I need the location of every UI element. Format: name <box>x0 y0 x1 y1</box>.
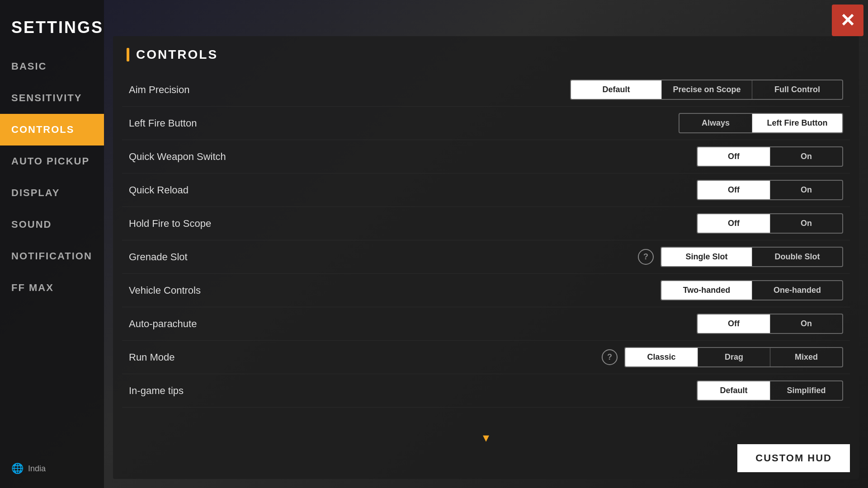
setting-row-grenade-slot: Grenade Slot ? Single Slot Double Slot <box>122 240 850 274</box>
setting-row-vehicle: Vehicle Controls Two-handed One-handed <box>122 274 850 307</box>
hold-fire-off[interactable]: Off <box>698 214 770 233</box>
quick-reload-toggle: Off On <box>697 180 843 200</box>
left-fire-always[interactable]: Always <box>679 114 752 132</box>
aim-precision-default[interactable]: Default <box>571 80 661 99</box>
sidebar-footer: 🌐 India <box>11 463 46 474</box>
setting-row-autoparachute: Auto-parachute Off On <box>122 307 850 341</box>
left-fire-toggle: Always Left Fire Button <box>679 113 843 133</box>
left-fire-label: Left Fire Button <box>129 117 679 129</box>
sidebar-item-notification[interactable]: NOTIFICATION <box>0 240 104 272</box>
setting-row-quick-reload: Quick Reload Off On <box>122 174 850 207</box>
sidebar-item-controls[interactable]: CONTROLS <box>0 114 104 145</box>
app-title: SETTINGS <box>0 9 104 51</box>
hold-fire-toggle: Off On <box>697 213 843 234</box>
vehicle-toggle: Two-handed One-handed <box>660 280 843 300</box>
sidebar-item-ffmax[interactable]: FF MAX <box>0 272 104 304</box>
grenade-slot-label: Grenade Slot <box>129 251 638 263</box>
run-mode-toggle: Classic Drag Mixed <box>624 347 843 367</box>
quick-weapon-off[interactable]: Off <box>698 147 770 166</box>
setting-row-left-fire-button: Left Fire Button Always Left Fire Button <box>122 107 850 140</box>
settings-list: Aim Precision Default Precise on Scope F… <box>113 73 859 408</box>
aim-precision-label: Aim Precision <box>129 84 570 96</box>
ingame-tips-default[interactable]: Default <box>698 381 770 400</box>
header-bar-accent <box>127 48 129 61</box>
custom-hud-button[interactable]: CUSTOM HUD <box>737 444 850 472</box>
quick-reload-off[interactable]: Off <box>698 181 770 199</box>
hold-fire-label: Hold Fire to Scope <box>129 218 697 230</box>
run-mode-help[interactable]: ? <box>602 349 618 365</box>
ingame-tips-toggle: Default Simplified <box>697 380 843 401</box>
grenade-slot-help[interactable]: ? <box>638 249 654 265</box>
vehicle-two-handed[interactable]: Two-handed <box>661 281 752 300</box>
sidebar-item-sound[interactable]: SOUND <box>0 209 104 240</box>
run-mode-drag[interactable]: Drag <box>698 348 770 366</box>
bottom-bar: CUSTOM HUD <box>113 437 859 479</box>
setting-row-aim-precision: Aim Precision Default Precise on Scope F… <box>122 73 850 107</box>
autoparachute-label: Auto-parachute <box>129 318 697 330</box>
sidebar-item-sensitivity[interactable]: SENSITIVITY <box>0 82 104 114</box>
close-button[interactable]: ✕ <box>832 5 863 36</box>
quick-weapon-toggle: Off On <box>697 146 843 167</box>
run-mode-classic[interactable]: Classic <box>625 348 698 366</box>
setting-row-run-mode: Run Mode ? Classic Drag Mixed <box>122 341 850 374</box>
grenade-double[interactable]: Double Slot <box>752 248 842 266</box>
controls-panel: CONTROLS Aim Precision Default Precise o… <box>113 36 859 479</box>
panel-title: CONTROLS <box>136 47 218 62</box>
quick-reload-label: Quick Reload <box>129 184 697 196</box>
sidebar-item-display[interactable]: DISPLAY <box>0 177 104 209</box>
aim-precision-precise[interactable]: Precise on Scope <box>661 80 752 99</box>
main-content: CONTROLS Aim Precision Default Precise o… <box>113 36 859 479</box>
ingame-tips-simplified[interactable]: Simplified <box>770 381 842 400</box>
sidebar: SETTINGS BASIC SENSITIVITY CONTROLS AUTO… <box>0 0 104 488</box>
vehicle-one-handed[interactable]: One-handed <box>752 281 842 300</box>
setting-row-hold-fire: Hold Fire to Scope Off On <box>122 207 850 240</box>
setting-row-quick-weapon: Quick Weapon Switch Off On <box>122 140 850 174</box>
run-mode-mixed[interactable]: Mixed <box>770 348 842 366</box>
panel-header: CONTROLS <box>113 36 859 73</box>
grenade-single[interactable]: Single Slot <box>661 248 752 266</box>
hold-fire-on[interactable]: On <box>770 214 842 233</box>
left-fire-button[interactable]: Left Fire Button <box>752 114 842 132</box>
globe-icon: 🌐 <box>11 463 24 474</box>
aim-precision-full[interactable]: Full Control <box>752 80 842 99</box>
autoparachute-toggle: Off On <box>697 314 843 334</box>
aim-precision-toggle: Default Precise on Scope Full Control <box>570 80 843 100</box>
autoparachute-off[interactable]: Off <box>698 314 770 333</box>
setting-row-ingame-tips: In-game tips Default Simplified <box>122 374 850 408</box>
sidebar-item-basic[interactable]: BASIC <box>0 51 104 82</box>
autoparachute-on[interactable]: On <box>770 314 842 333</box>
grenade-slot-toggle: Single Slot Double Slot <box>660 247 843 267</box>
ingame-tips-label: In-game tips <box>129 385 697 397</box>
quick-weapon-on[interactable]: On <box>770 147 842 166</box>
quick-reload-on[interactable]: On <box>770 181 842 199</box>
region-label: India <box>28 464 46 474</box>
vehicle-label: Vehicle Controls <box>129 285 660 296</box>
quick-weapon-label: Quick Weapon Switch <box>129 151 697 163</box>
sidebar-item-autopickup[interactable]: AUTO PICKUP <box>0 145 104 177</box>
run-mode-label: Run Mode <box>129 352 602 363</box>
